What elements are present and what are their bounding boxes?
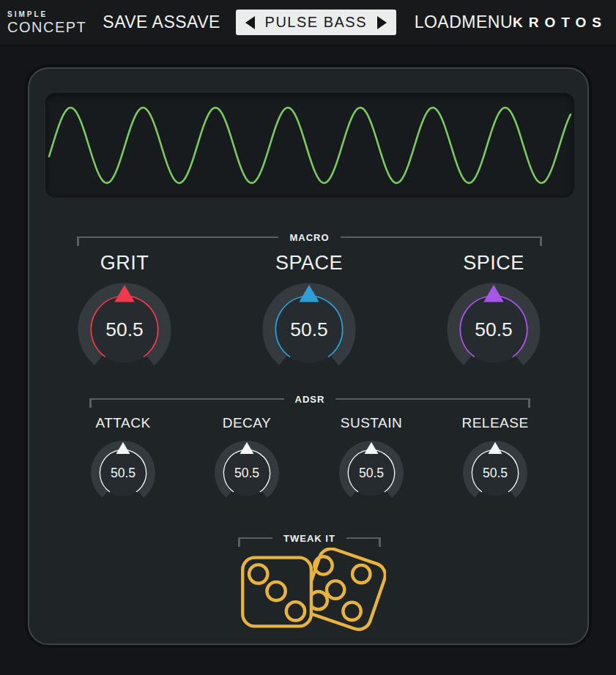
grit-value: 50.5	[105, 318, 143, 340]
bracket-line	[341, 236, 542, 238]
bracket-line	[335, 398, 530, 400]
attack-value: 50.5	[111, 466, 136, 480]
logo-line-simple: SIMPLE	[7, 11, 86, 18]
bracket-line	[238, 537, 272, 539]
save-as-button[interactable]: SAVE AS	[103, 12, 175, 32]
tweak-it-section-bracket: TWEAK IT	[238, 532, 381, 544]
logo-line-concept: CONCEPT	[7, 20, 86, 34]
adsr-section-bracket: ADSR	[89, 393, 530, 405]
load-button[interactable]: LOAD	[415, 12, 462, 32]
decay-knob[interactable]: 50.5	[214, 440, 280, 506]
bracket-line	[346, 537, 381, 539]
spice-knob[interactable]: 50.5	[446, 282, 541, 377]
bracket-line	[77, 236, 278, 238]
space-label: SPACE	[275, 252, 343, 275]
macro-section-label: MACRO	[289, 232, 329, 243]
randomize-dice-button[interactable]	[232, 548, 386, 640]
save-button[interactable]: SAVE	[175, 12, 220, 32]
top-menu-bar: SIMPLE CONCEPT SAVE AS SAVE PULSE BASS L…	[0, 0, 616, 46]
sustain-label: SUSTAIN	[341, 415, 402, 431]
adsr-section-label: ADSR	[295, 394, 325, 405]
space-knob[interactable]: 50.5	[261, 282, 357, 377]
dice-icon	[232, 548, 386, 637]
next-preset-icon[interactable]	[377, 16, 387, 29]
grit-label: GRIT	[100, 252, 149, 275]
attack-label: ATTACK	[95, 415, 150, 431]
spice-value: 50.5	[475, 318, 512, 340]
sustain-value: 50.5	[359, 466, 384, 480]
release-value: 50.5	[483, 466, 508, 480]
krotos-logo: KROTOS	[513, 15, 607, 31]
waveform-display	[45, 93, 574, 198]
preset-selector[interactable]: PULSE BASS	[236, 10, 396, 35]
release-knob[interactable]: 50.5	[462, 440, 528, 506]
decay-label: DECAY	[223, 415, 272, 431]
sustain-knob[interactable]: 50.5	[338, 440, 404, 506]
release-label: RELEASE	[461, 415, 528, 431]
attack-knob[interactable]: 50.5	[90, 440, 156, 506]
menu-button[interactable]: MENU	[461, 12, 513, 32]
grit-knob[interactable]: 50.5	[77, 282, 172, 377]
bracket-line	[89, 398, 284, 400]
tweak-it-section-label: TWEAK IT	[283, 533, 335, 544]
preset-name[interactable]: PULSE BASS	[255, 14, 377, 31]
waveform-plot	[45, 93, 574, 198]
simple-concept-logo: SIMPLE CONCEPT	[7, 11, 86, 34]
spice-label: SPICE	[463, 252, 524, 275]
macro-section-bracket: MACRO	[77, 231, 542, 243]
decay-value: 50.5	[234, 466, 259, 480]
main-panel: MACRO GRIT SPACE SPICE 50.5 50.5 50.5	[28, 67, 589, 645]
previous-preset-icon[interactable]	[245, 16, 255, 29]
space-value: 50.5	[290, 318, 327, 340]
